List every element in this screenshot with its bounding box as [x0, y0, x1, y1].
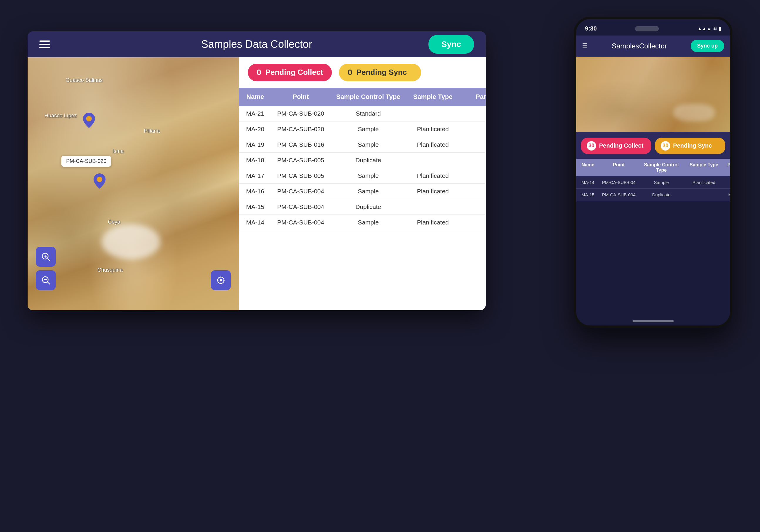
svg-point-10: [220, 279, 222, 282]
signal-icon: ▲▲▲: [697, 26, 711, 31]
col-name: Name: [239, 93, 271, 101]
map-label-isma: Isma: [112, 148, 123, 155]
map-label-pillana: Pillana: [144, 128, 160, 134]
cell-name: MA-19: [239, 141, 271, 148]
notch-indicator: [635, 26, 659, 31]
mobile-table-row[interactable]: MA-15 PM-CA-SUB-004 Duplicate MA-14: [576, 189, 730, 201]
svg-point-1: [97, 177, 103, 182]
mobile-col-sample-type: Sample Type: [685, 162, 723, 173]
mobile-pending-collect-count: 30: [587, 141, 596, 151]
table-row[interactable]: MA-20 PM-CA-SUB-020 Sample Planificated: [239, 121, 486, 137]
col-sample-type: Sample Type: [406, 93, 459, 101]
sync-button[interactable]: Sync: [428, 35, 474, 54]
map-label-coya: Coya: [108, 219, 120, 225]
mobile-table-row[interactable]: MA-14 PM-CA-SUB-004 Sample Planificated: [576, 176, 730, 189]
col-parent: Parent: [459, 93, 486, 101]
mobile-cell-name: MA-15: [576, 192, 600, 197]
col-point: Point: [271, 93, 330, 101]
battery-icon: ▮: [719, 26, 721, 31]
pin-label-1: PM-CA-SUB-020: [61, 156, 111, 167]
locate-button[interactable]: [211, 270, 231, 290]
svg-line-3: [48, 258, 50, 261]
zoom-out-button[interactable]: [36, 270, 56, 290]
mobile-hamburger-icon[interactable]: ☰: [582, 42, 588, 50]
desktop-app: Samples Data Collector Sync Guasco Salin…: [27, 31, 486, 310]
pending-sync-count: 0: [348, 68, 353, 77]
cell-point: PM-CA-SUB-004: [271, 203, 330, 210]
mobile-cell-control-type: Sample: [638, 180, 685, 185]
table-row[interactable]: MA-21 PM-CA-SUB-020 Standard: [239, 106, 486, 121]
hamburger-menu-icon[interactable]: [39, 40, 50, 48]
mobile-col-control-type: Sample Control Type: [638, 162, 685, 173]
wifi-icon: ≋: [713, 26, 717, 31]
cell-sample-type: Planificated: [406, 126, 459, 133]
mobile-app-title: SamplesCollector: [593, 42, 686, 50]
cell-control-type: Sample: [330, 188, 406, 195]
mobile-app: 9:30 ▲▲▲ ≋ ▮ ☰ SamplesCollector Sync up …: [574, 17, 733, 328]
mobile-pending-sync-count: 30: [661, 141, 670, 151]
mobile-cell-control-type: Duplicate: [638, 192, 685, 197]
badges-bar: 0 Pending Collect 0 Pending Sync: [239, 57, 486, 88]
map-label-huasco: Huasco Lípez: [45, 113, 77, 119]
mobile-map-border: [576, 132, 730, 133]
map-pin-2[interactable]: [93, 173, 106, 189]
cell-name: MA-21: [239, 110, 271, 117]
cell-point: PM-CA-SUB-004: [271, 219, 330, 226]
sync-up-button[interactable]: Sync up: [691, 40, 724, 52]
cell-control-type: Duplicate: [330, 203, 406, 210]
cell-name: MA-17: [239, 172, 271, 179]
cell-control-type: Sample: [330, 126, 406, 133]
table-row[interactable]: MA-16 PM-CA-SUB-004 Sample Planificated: [239, 184, 486, 199]
pending-collect-badge: 0 Pending Collect: [248, 64, 332, 81]
pending-collect-label: Pending Collect: [265, 68, 323, 77]
mobile-pending-sync-badge: 30 Pending Sync: [655, 138, 725, 154]
map-label-guasco: Guasco Salinas: [66, 77, 103, 83]
mobile-salt-flat: [674, 104, 715, 121]
table-header: Name Point Sample Control Type Sample Ty…: [239, 88, 486, 106]
cell-sample-type: Planificated: [406, 188, 459, 195]
mobile-table-body: MA-14 PM-CA-SUB-004 Sample Planificated …: [576, 176, 730, 201]
mobile-cell-parent: MA-14: [723, 192, 733, 197]
mobile-status-bar: 9:30 ▲▲▲ ≋ ▮: [576, 19, 730, 35]
map-terrain: [27, 57, 239, 310]
desktop-content: Guasco Salinas Huasco Lípez Pillana Isma…: [27, 57, 486, 310]
table-row[interactable]: MA-19 PM-CA-SUB-016 Sample Planificated: [239, 137, 486, 153]
mobile-col-name: Name: [576, 162, 600, 173]
pending-collect-count: 0: [257, 68, 261, 77]
cell-name: MA-14: [239, 219, 271, 226]
cell-control-type: Sample: [330, 141, 406, 148]
mobile-badges-bar: 30 Pending Collect 30 Pending Sync: [576, 133, 730, 159]
mobile-header: ☰ SamplesCollector Sync up: [576, 35, 730, 57]
cell-sample-type: Planificated: [406, 141, 459, 148]
zoom-in-button[interactable]: [36, 247, 56, 267]
table-body: MA-21 PM-CA-SUB-020 Standard MA-20 PM-CA…: [239, 106, 486, 310]
mobile-col-parent: Parent: [723, 162, 733, 173]
mobile-col-point: Point: [600, 162, 638, 173]
home-indicator: [633, 320, 674, 322]
map-section: Guasco Salinas Huasco Lípez Pillana Isma…: [27, 57, 239, 310]
cell-sample-type: Planificated: [406, 219, 459, 226]
table-row[interactable]: MA-17 PM-CA-SUB-005 Sample Planificated: [239, 168, 486, 184]
table-row[interactable]: MA-14 PM-CA-SUB-004 Sample Planificated: [239, 215, 486, 230]
cell-point: PM-CA-SUB-005: [271, 172, 330, 179]
cell-control-type: Sample: [330, 172, 406, 179]
table-row[interactable]: MA-18 PM-CA-SUB-005 Duplicate: [239, 153, 486, 168]
svg-line-7: [48, 282, 50, 284]
pending-sync-badge: 0 Pending Sync: [339, 64, 421, 81]
cell-name: MA-15: [239, 203, 271, 210]
col-control-type: Sample Control Type: [330, 93, 406, 101]
table-row[interactable]: MA-15 PM-CA-SUB-004 Duplicate: [239, 199, 486, 215]
cell-name: MA-20: [239, 126, 271, 133]
map-salt-flat: [102, 224, 160, 259]
cell-sample-type: Planificated: [406, 172, 459, 179]
mobile-pending-collect-label: Pending Collect: [599, 142, 643, 149]
svg-point-0: [86, 116, 92, 121]
status-time: 9:30: [585, 25, 597, 32]
cell-point: PM-CA-SUB-020: [271, 110, 330, 117]
mobile-pending-collect-badge: 30 Pending Collect: [581, 138, 651, 154]
cell-control-type: Sample: [330, 219, 406, 226]
map-pin-1[interactable]: [82, 113, 95, 128]
map-background: Guasco Salinas Huasco Lípez Pillana Isma…: [27, 57, 239, 310]
cell-point: PM-CA-SUB-020: [271, 126, 330, 133]
cell-control-type: Duplicate: [330, 157, 406, 164]
